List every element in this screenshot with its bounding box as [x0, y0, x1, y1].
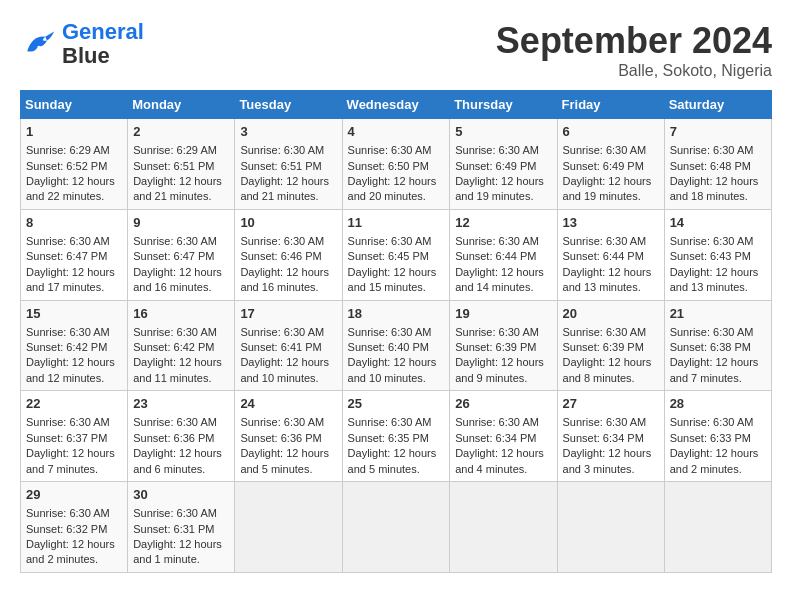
sunset-label: Sunset: 6:46 PM: [240, 250, 321, 262]
page-header: GeneralBlue September 2024 Balle, Sokoto…: [20, 20, 772, 80]
sunset-label: Sunset: 6:40 PM: [348, 341, 429, 353]
daylight-label: Daylight: 12 hours and 2 minutes.: [670, 447, 759, 474]
day-number: 13: [563, 214, 659, 232]
sunset-label: Sunset: 6:42 PM: [133, 341, 214, 353]
sunset-label: Sunset: 6:47 PM: [26, 250, 107, 262]
sunrise-label: Sunrise: 6:30 AM: [240, 326, 324, 338]
calendar-week-row: 29Sunrise: 6:30 AMSunset: 6:32 PMDayligh…: [21, 482, 772, 573]
sunrise-label: Sunrise: 6:30 AM: [26, 326, 110, 338]
daylight-label: Daylight: 12 hours and 2 minutes.: [26, 538, 115, 565]
sunset-label: Sunset: 6:50 PM: [348, 160, 429, 172]
sunrise-label: Sunrise: 6:30 AM: [133, 235, 217, 247]
calendar-header-row: Sunday Monday Tuesday Wednesday Thursday…: [21, 91, 772, 119]
daylight-label: Daylight: 12 hours and 11 minutes.: [133, 356, 222, 383]
day-number: 15: [26, 305, 122, 323]
daylight-label: Daylight: 12 hours and 19 minutes.: [455, 175, 544, 202]
sunrise-label: Sunrise: 6:30 AM: [26, 507, 110, 519]
table-row: 24Sunrise: 6:30 AMSunset: 6:36 PMDayligh…: [235, 391, 342, 482]
sunset-label: Sunset: 6:44 PM: [455, 250, 536, 262]
sunrise-label: Sunrise: 6:30 AM: [455, 416, 539, 428]
daylight-label: Daylight: 12 hours and 5 minutes.: [348, 447, 437, 474]
day-number: 17: [240, 305, 336, 323]
table-row: 8Sunrise: 6:30 AMSunset: 6:47 PMDaylight…: [21, 209, 128, 300]
sunset-label: Sunset: 6:33 PM: [670, 432, 751, 444]
day-number: 27: [563, 395, 659, 413]
sunset-label: Sunset: 6:49 PM: [455, 160, 536, 172]
calendar-week-row: 15Sunrise: 6:30 AMSunset: 6:42 PMDayligh…: [21, 300, 772, 391]
location: Balle, Sokoto, Nigeria: [496, 62, 772, 80]
daylight-label: Daylight: 12 hours and 13 minutes.: [670, 266, 759, 293]
day-number: 2: [133, 123, 229, 141]
table-row: 23Sunrise: 6:30 AMSunset: 6:36 PMDayligh…: [128, 391, 235, 482]
sunrise-label: Sunrise: 6:30 AM: [563, 144, 647, 156]
day-number: 18: [348, 305, 445, 323]
sunset-label: Sunset: 6:51 PM: [240, 160, 321, 172]
sunset-label: Sunset: 6:45 PM: [348, 250, 429, 262]
sunrise-label: Sunrise: 6:29 AM: [26, 144, 110, 156]
sunset-label: Sunset: 6:51 PM: [133, 160, 214, 172]
table-row: 30Sunrise: 6:30 AMSunset: 6:31 PMDayligh…: [128, 482, 235, 573]
sunset-label: Sunset: 6:52 PM: [26, 160, 107, 172]
daylight-label: Daylight: 12 hours and 20 minutes.: [348, 175, 437, 202]
sunrise-label: Sunrise: 6:30 AM: [348, 416, 432, 428]
sunset-label: Sunset: 6:48 PM: [670, 160, 751, 172]
table-row: 6Sunrise: 6:30 AMSunset: 6:49 PMDaylight…: [557, 119, 664, 210]
day-number: 26: [455, 395, 551, 413]
sunrise-label: Sunrise: 6:30 AM: [670, 416, 754, 428]
daylight-label: Daylight: 12 hours and 6 minutes.: [133, 447, 222, 474]
table-row: [235, 482, 342, 573]
table-row: 11Sunrise: 6:30 AMSunset: 6:45 PMDayligh…: [342, 209, 450, 300]
day-number: 29: [26, 486, 122, 504]
table-row: 27Sunrise: 6:30 AMSunset: 6:34 PMDayligh…: [557, 391, 664, 482]
daylight-label: Daylight: 12 hours and 10 minutes.: [240, 356, 329, 383]
table-row: 4Sunrise: 6:30 AMSunset: 6:50 PMDaylight…: [342, 119, 450, 210]
sunset-label: Sunset: 6:34 PM: [455, 432, 536, 444]
calendar-table: Sunday Monday Tuesday Wednesday Thursday…: [20, 90, 772, 573]
table-row: 19Sunrise: 6:30 AMSunset: 6:39 PMDayligh…: [450, 300, 557, 391]
sunset-label: Sunset: 6:35 PM: [348, 432, 429, 444]
sunrise-label: Sunrise: 6:29 AM: [133, 144, 217, 156]
table-row: 18Sunrise: 6:30 AMSunset: 6:40 PMDayligh…: [342, 300, 450, 391]
col-tuesday: Tuesday: [235, 91, 342, 119]
sunset-label: Sunset: 6:41 PM: [240, 341, 321, 353]
table-row: 9Sunrise: 6:30 AMSunset: 6:47 PMDaylight…: [128, 209, 235, 300]
sunrise-label: Sunrise: 6:30 AM: [670, 235, 754, 247]
daylight-label: Daylight: 12 hours and 12 minutes.: [26, 356, 115, 383]
daylight-label: Daylight: 12 hours and 17 minutes.: [26, 266, 115, 293]
day-number: 22: [26, 395, 122, 413]
sunrise-label: Sunrise: 6:30 AM: [133, 326, 217, 338]
col-friday: Friday: [557, 91, 664, 119]
logo-text: GeneralBlue: [62, 20, 144, 68]
table-row: [450, 482, 557, 573]
sunset-label: Sunset: 6:44 PM: [563, 250, 644, 262]
day-number: 3: [240, 123, 336, 141]
col-monday: Monday: [128, 91, 235, 119]
table-row: 5Sunrise: 6:30 AMSunset: 6:49 PMDaylight…: [450, 119, 557, 210]
daylight-label: Daylight: 12 hours and 1 minute.: [133, 538, 222, 565]
table-row: 10Sunrise: 6:30 AMSunset: 6:46 PMDayligh…: [235, 209, 342, 300]
daylight-label: Daylight: 12 hours and 10 minutes.: [348, 356, 437, 383]
sunrise-label: Sunrise: 6:30 AM: [348, 326, 432, 338]
sunset-label: Sunset: 6:42 PM: [26, 341, 107, 353]
daylight-label: Daylight: 12 hours and 7 minutes.: [26, 447, 115, 474]
sunrise-label: Sunrise: 6:30 AM: [455, 235, 539, 247]
day-number: 16: [133, 305, 229, 323]
sunrise-label: Sunrise: 6:30 AM: [26, 235, 110, 247]
table-row: 17Sunrise: 6:30 AMSunset: 6:41 PMDayligh…: [235, 300, 342, 391]
table-row: 3Sunrise: 6:30 AMSunset: 6:51 PMDaylight…: [235, 119, 342, 210]
sunrise-label: Sunrise: 6:30 AM: [240, 235, 324, 247]
table-row: 1Sunrise: 6:29 AMSunset: 6:52 PMDaylight…: [21, 119, 128, 210]
day-number: 7: [670, 123, 766, 141]
day-number: 10: [240, 214, 336, 232]
logo-icon: [20, 26, 56, 62]
daylight-label: Daylight: 12 hours and 4 minutes.: [455, 447, 544, 474]
sunrise-label: Sunrise: 6:30 AM: [670, 326, 754, 338]
sunset-label: Sunset: 6:36 PM: [240, 432, 321, 444]
table-row: 26Sunrise: 6:30 AMSunset: 6:34 PMDayligh…: [450, 391, 557, 482]
sunrise-label: Sunrise: 6:30 AM: [133, 507, 217, 519]
sunset-label: Sunset: 6:32 PM: [26, 523, 107, 535]
day-number: 23: [133, 395, 229, 413]
sunrise-label: Sunrise: 6:30 AM: [26, 416, 110, 428]
sunset-label: Sunset: 6:39 PM: [455, 341, 536, 353]
day-number: 1: [26, 123, 122, 141]
